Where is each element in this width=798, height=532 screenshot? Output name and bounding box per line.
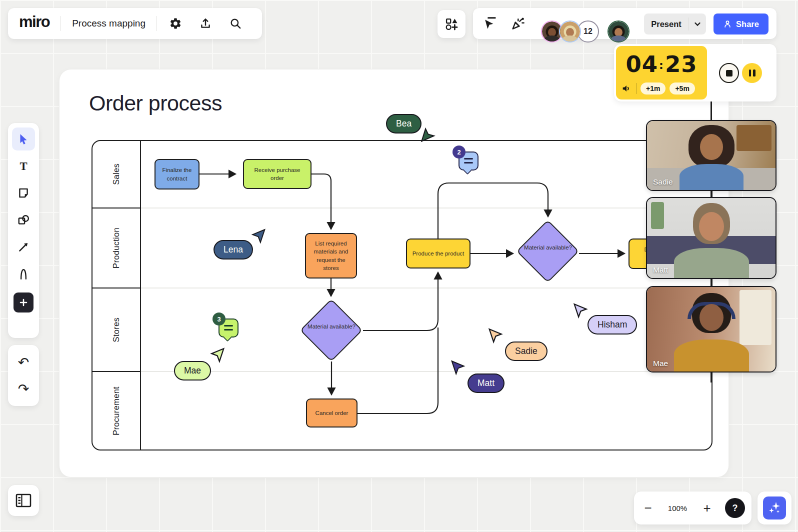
svg-text:T: T xyxy=(20,160,27,172)
timer-pause-button[interactable] xyxy=(742,63,762,83)
present-button[interactable]: Present xyxy=(644,14,706,34)
stop-icon xyxy=(726,70,732,76)
frames-panel-button[interactable] xyxy=(8,485,39,516)
history-panel: ↶ ↷ xyxy=(8,345,39,406)
pen-tool[interactable] xyxy=(12,262,35,286)
flow-node-receive-purchase-order[interactable]: Receive purchase order xyxy=(243,159,312,189)
present-label: Present xyxy=(644,20,688,29)
cursor-tag-bea: Bea xyxy=(386,114,422,134)
shapes-tool[interactable] xyxy=(12,208,35,232)
lane-header-sales[interactable]: Sales xyxy=(92,141,140,208)
party-popper-icon xyxy=(510,16,525,31)
comment-count: 3 xyxy=(212,312,226,326)
comment-thread-badge[interactable]: 3 xyxy=(218,318,238,338)
speaker-icon[interactable] xyxy=(621,83,632,94)
timer-stop-button[interactable] xyxy=(719,63,739,83)
flow-node-list-required-materials[interactable]: List required materials and request the … xyxy=(305,233,357,278)
templates-button[interactable] xyxy=(438,10,466,38)
lane-header-production[interactable]: Production xyxy=(92,208,140,288)
cursor-tag-lena: Lena xyxy=(214,240,253,260)
sticky-note-tool[interactable] xyxy=(12,182,35,204)
share-label: Share xyxy=(736,20,759,29)
video-tile-sadie[interactable]: Sadie xyxy=(646,120,776,191)
settings-button[interactable] xyxy=(166,14,185,33)
active-speaker-avatar[interactable] xyxy=(608,20,630,42)
plus-icon xyxy=(18,298,28,308)
zoom-controls: − 100% + ? xyxy=(634,492,752,524)
connector-tool[interactable] xyxy=(12,236,35,258)
upload-icon xyxy=(199,17,212,30)
cursor-pointer-sadie xyxy=(486,327,504,344)
timer-panel: 04:23 +1m +5m xyxy=(616,46,707,100)
pen-icon xyxy=(17,268,30,280)
video-participant-name: Mae xyxy=(653,359,668,368)
flow-node-cancel-order[interactable]: Cancel order xyxy=(306,398,358,428)
tile-background-window xyxy=(740,290,772,345)
miro-logo[interactable]: miro xyxy=(8,13,60,34)
board-name[interactable]: Process mapping xyxy=(61,18,156,29)
shapes-icon xyxy=(17,214,30,226)
ai-assist-panel xyxy=(758,492,792,524)
timer-add-1m-button[interactable]: +1m xyxy=(640,82,666,94)
participant-avatar[interactable] xyxy=(559,20,581,42)
tile-background-cabinet xyxy=(736,125,772,151)
help-button[interactable]: ? xyxy=(725,498,745,518)
share-person-icon xyxy=(723,20,732,28)
lane-header-stores[interactable]: Stores xyxy=(92,288,140,372)
miro-board-canvas[interactable]: { "topbar": { "logo": "miro", "board_nam… xyxy=(0,0,798,532)
redo-button[interactable]: ↷ xyxy=(18,382,30,396)
cursor-pointer-matt xyxy=(449,359,466,376)
lane-divider xyxy=(141,371,712,372)
arrow-connector-icon xyxy=(17,240,30,254)
video-tile-mae[interactable]: Mae xyxy=(646,286,776,372)
lane-divider xyxy=(141,288,712,288)
lane-header-procurement[interactable]: Procurement xyxy=(92,372,140,450)
cursor-pointer-bea xyxy=(418,126,437,144)
search-icon xyxy=(229,17,242,30)
select-arrow-icon xyxy=(17,132,30,146)
flow-node-finalize-contract[interactable]: Finalize the contract xyxy=(154,159,200,190)
more-tools-button[interactable] xyxy=(14,292,34,312)
pause-icon xyxy=(749,70,752,76)
timer-widget: 04:23 +1m +5m xyxy=(614,44,776,102)
share-button[interactable]: Share xyxy=(714,14,768,34)
video-participant-name: Sadie xyxy=(653,178,673,186)
undo-button[interactable]: ↶ xyxy=(18,356,30,369)
zoom-in-button[interactable]: + xyxy=(693,500,721,516)
flow-node-produce-product[interactable]: Produce the product xyxy=(406,238,470,268)
frames-panel-icon xyxy=(16,494,32,508)
text-icon: T xyxy=(17,160,30,172)
page-title[interactable]: Order process xyxy=(89,91,222,116)
text-tool[interactable]: T xyxy=(12,154,35,178)
comment-thread-badge[interactable]: 2 xyxy=(458,152,478,170)
follow-cursor-icon xyxy=(482,16,497,31)
select-tool[interactable] xyxy=(12,128,35,150)
lane-divider xyxy=(141,208,712,208)
cursor-pointer-mae xyxy=(210,346,226,364)
collaboration-toolbar: 12 Present Share xyxy=(473,8,776,39)
gear-icon xyxy=(169,17,182,30)
chevron-down-icon[interactable] xyxy=(689,20,706,28)
zoom-out-button[interactable]: − xyxy=(634,500,662,516)
cursor-tag-mae: Mae xyxy=(174,361,211,380)
shapes-template-icon xyxy=(444,17,458,31)
main-toolbar: miro Process mapping xyxy=(8,8,262,39)
cursor-tag-sadie: Sadie xyxy=(505,342,548,361)
video-tile-matt[interactable]: Matt xyxy=(646,197,776,279)
search-button[interactable] xyxy=(226,14,245,33)
ai-assist-button[interactable] xyxy=(763,496,786,520)
tools-panel: T xyxy=(8,123,39,338)
timer-add-5m-button[interactable]: +5m xyxy=(670,82,694,94)
cursor-tag-matt: Matt xyxy=(468,374,504,393)
follow-button[interactable] xyxy=(480,16,499,32)
video-participant-name: Matt xyxy=(653,266,668,274)
sparkles-icon xyxy=(767,500,782,516)
export-button[interactable] xyxy=(196,14,215,33)
sticky-note-icon xyxy=(17,186,30,200)
zoom-level[interactable]: 100% xyxy=(662,504,693,512)
cursor-pointer-hisham xyxy=(572,302,588,319)
comment-count: 2 xyxy=(452,146,466,158)
cursor-pointer-lena xyxy=(250,228,268,244)
reactions-button[interactable] xyxy=(508,16,527,32)
timer-display: 04:23 xyxy=(616,51,707,78)
